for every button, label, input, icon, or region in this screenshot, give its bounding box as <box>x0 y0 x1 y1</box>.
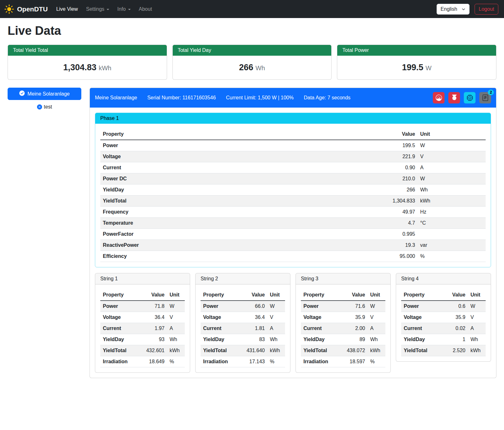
string-title: String 3 <box>296 273 390 284</box>
unit-cell: Wh <box>468 334 486 345</box>
event-log-button[interactable]: 2 <box>479 92 491 103</box>
property-cell: Efficiency <box>100 251 290 262</box>
cpu-icon <box>467 95 473 101</box>
table-row: Irradiation 18.649 % <box>100 356 185 367</box>
journal-icon <box>482 95 488 101</box>
card-unit: kWh <box>99 65 111 72</box>
property-cell: Power <box>100 301 138 312</box>
property-cell: Irradiation <box>301 356 338 367</box>
table-row: Irradiation 18.597 % <box>301 356 385 367</box>
property-cell: Irradiation <box>100 356 138 367</box>
limit-settings-button[interactable] <box>433 92 445 103</box>
unit-cell: V <box>167 312 185 323</box>
value-cell: 0.02 <box>442 323 468 334</box>
table-row: Frequency 49.97 Hz <box>100 207 486 218</box>
unit-cell: Wh <box>267 334 285 345</box>
inverter-current-limit: Current Limit: 1,500 W | 100% <box>226 95 294 101</box>
device-info-button[interactable] <box>464 92 476 103</box>
property-cell: YieldDay <box>201 334 238 345</box>
nav-live-view[interactable]: Live View <box>52 4 82 15</box>
string-1-table: Property Value Unit Power <box>100 290 185 367</box>
table-row: Voltage 36.4 V <box>201 312 285 323</box>
property-cell: Voltage <box>100 151 290 162</box>
property-cell: ReactivePower <box>100 240 290 251</box>
nav-info[interactable]: Info <box>113 4 135 15</box>
unit-cell: W <box>418 173 486 184</box>
value-cell: 18.649 <box>138 356 167 367</box>
sun-logo-icon <box>4 4 14 14</box>
unit-cell: A <box>267 323 285 334</box>
table-row: ReactivePower 19.3 var <box>100 240 486 251</box>
total-yield-day-card: Total Yield Day 266Wh <box>172 45 332 80</box>
value-cell: 1 <box>442 334 468 345</box>
column-value: Value <box>138 290 167 301</box>
table-row: Voltage 221.9 V <box>100 151 486 162</box>
property-cell: YieldDay <box>100 334 138 345</box>
table-row: YieldDay 266 Wh <box>100 184 486 196</box>
table-row: Power 71.8 W <box>100 301 185 312</box>
language-select[interactable]: English <box>437 4 470 15</box>
power-toggle-button[interactable] <box>448 92 460 103</box>
card-title: Total Yield Total <box>8 45 167 56</box>
inverter-card: Meine Solaranlage Serial Number: 1161716… <box>90 88 496 378</box>
property-cell: Temperature <box>100 218 290 229</box>
nav-about[interactable]: About <box>135 4 156 15</box>
value-cell: 83 <box>238 334 267 345</box>
property-cell: Voltage <box>201 312 238 323</box>
string-3-table: Property Value Unit Power <box>301 290 385 367</box>
total-power-card: Total Power 199.5W <box>337 45 496 80</box>
table-header-row: Property Value Unit <box>301 290 385 301</box>
value-cell: 0.6 <box>442 301 468 312</box>
value-cell: 431.640 <box>238 345 267 356</box>
navbar-right: English Logout <box>437 4 500 15</box>
property-cell: YieldTotal <box>301 345 338 356</box>
property-cell: Current <box>301 323 338 334</box>
brand[interactable]: OpenDTU <box>4 4 48 14</box>
string-title: String 4 <box>396 273 491 284</box>
value-cell: 17.143 <box>238 356 267 367</box>
table-row: YieldTotal 431.640 kWh <box>201 345 285 356</box>
unit-cell: V <box>468 312 486 323</box>
inverter-actions: 2 <box>433 92 491 103</box>
unit-cell: A <box>368 323 385 334</box>
table-row: Voltage 35.9 V <box>301 312 385 323</box>
card-value: 266 <box>239 63 253 72</box>
brand-label: OpenDTU <box>17 5 48 13</box>
property-cell: YieldDay <box>301 334 338 345</box>
chevron-down-icon <box>107 9 109 10</box>
inverter-selector: Meine Solaranlage test <box>8 88 81 110</box>
unit-cell: W <box>468 301 486 312</box>
value-cell: 35.9 <box>338 312 368 323</box>
string-4-table: Property Value Unit Power <box>401 290 486 356</box>
table-row: YieldTotal 2.520 kWh <box>401 345 486 356</box>
property-cell: YieldTotal <box>100 196 290 207</box>
table-row: Power 0.6 W <box>401 301 486 312</box>
phase-table: Property Value Unit Power <box>100 129 486 262</box>
value-cell: 210.0 <box>290 173 418 184</box>
table-row: YieldTotal 1,304.833 kWh <box>100 196 486 207</box>
table-header-row: Property Value Unit <box>100 290 185 301</box>
card-value: 199.5 <box>402 63 423 72</box>
value-cell: 2.00 <box>338 323 368 334</box>
nav-settings-label: Settings <box>86 6 104 12</box>
inverter-selected-button[interactable]: Meine Solaranlage <box>8 88 81 100</box>
property-cell: YieldTotal <box>201 345 238 356</box>
chevron-down-icon <box>128 9 131 10</box>
inverter-item-test[interactable]: test <box>8 104 81 110</box>
string-title: String 2 <box>196 273 290 284</box>
unit-cell: V <box>368 312 385 323</box>
value-cell: 18.597 <box>338 356 368 367</box>
value-cell: 432.601 <box>138 345 167 356</box>
string-1-card: String 1 Property Value Unit <box>95 273 190 373</box>
column-property: Property <box>401 290 442 301</box>
inverter-test-label: test <box>44 104 52 110</box>
nav-settings[interactable]: Settings <box>82 4 113 15</box>
string-title: String 1 <box>95 273 190 284</box>
speedometer-icon <box>436 95 442 101</box>
unit-cell: W <box>368 301 385 312</box>
table-row: YieldDay 89 Wh <box>301 334 385 345</box>
logout-button[interactable]: Logout <box>475 4 498 15</box>
table-row: Power 71.6 W <box>301 301 385 312</box>
value-cell: 2.520 <box>442 345 468 356</box>
column-unit: Unit <box>368 290 385 301</box>
